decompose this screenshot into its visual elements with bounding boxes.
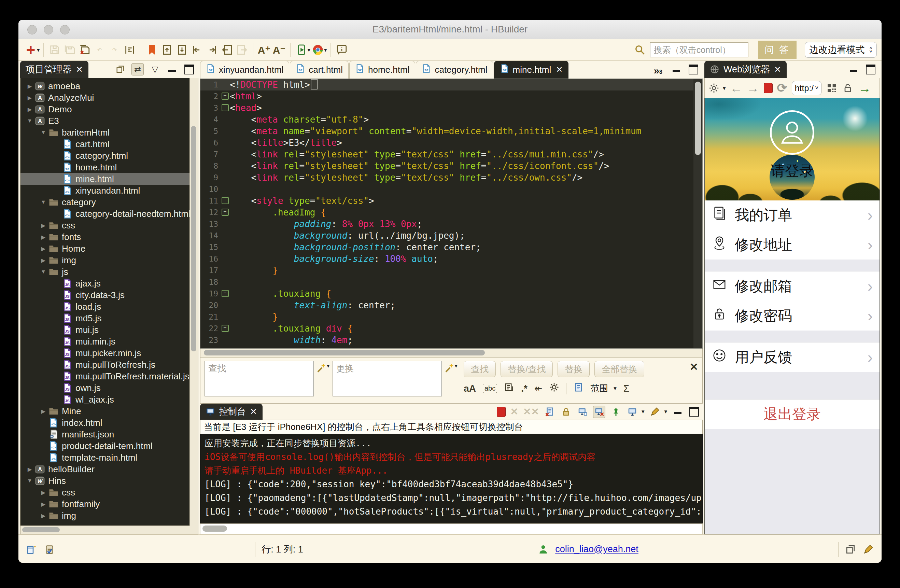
scrollbar-thumb[interactable]: [695, 82, 701, 155]
tab-overflow-icon[interactable]: »8: [651, 63, 665, 76]
expand-arrow-icon[interactable]: ▶: [38, 408, 48, 414]
code-line-10[interactable]: 10: [200, 183, 702, 195]
replace-input[interactable]: [332, 361, 442, 396]
tree-item-js[interactable]: ▼js: [20, 266, 198, 278]
stop-icon[interactable]: [497, 406, 506, 417]
code-line-3[interactable]: 3–<head>: [200, 102, 702, 114]
settings-icon[interactable]: [708, 82, 720, 94]
expand-arrow-icon[interactable]: ▶: [38, 245, 48, 252]
tree-item-mine.html[interactable]: <>mine.html: [20, 173, 198, 185]
find-button-替换/查找[interactable]: 替换/查找: [501, 361, 553, 377]
toolbar-search-field[interactable]: [650, 42, 748, 57]
code-line-2[interactable]: 2–<html>: [200, 90, 702, 102]
export-icon[interactable]: [174, 42, 189, 58]
scrollbar-thumb[interactable]: [202, 526, 227, 532]
tree-horizontal-scrollbar[interactable]: [20, 526, 190, 534]
search-input[interactable]: [653, 45, 745, 55]
whole-word-icon[interactable]: abc: [483, 384, 497, 393]
fold-marker-icon[interactable]: –: [222, 209, 229, 216]
url-dropdown-icon[interactable]: ˅: [815, 85, 818, 92]
url-select[interactable]: http:/ ˅: [792, 81, 822, 95]
launch-dropdown-icon[interactable]: [649, 406, 661, 417]
tab-web-browser[interactable]: Web浏览器 ✕: [704, 61, 787, 78]
close-button[interactable]: [27, 25, 37, 34]
code-line-15[interactable]: 15 background-position: center center;: [200, 241, 702, 253]
count-all-icon[interactable]: Σ: [624, 383, 629, 394]
editor-vertical-scrollbar[interactable]: [694, 79, 702, 349]
qa-button[interactable]: 问 答: [758, 40, 797, 59]
tree-item-amoeba[interactable]: ▶Wamoeba: [20, 80, 198, 92]
tree-item-Mine[interactable]: ▶Mine: [20, 405, 198, 417]
fold-marker-icon[interactable]: –: [222, 325, 229, 332]
menu-item-修改邮箱[interactable]: 修改邮箱›: [705, 272, 880, 301]
tree-item-img[interactable]: ▶img: [20, 254, 198, 266]
maximize-icon[interactable]: [687, 64, 699, 76]
stop-icon[interactable]: [764, 83, 773, 93]
code-line-12[interactable]: 12– .headImg {: [200, 206, 702, 218]
minimize-icon[interactable]: [670, 64, 682, 76]
jump-prev-icon[interactable]: [189, 42, 205, 58]
pin-console-icon[interactable]: [610, 406, 622, 417]
tree-item-img[interactable]: ▶img: [20, 510, 198, 521]
collapse-arrow-icon[interactable]: ▼: [25, 118, 35, 124]
expand-arrow-icon[interactable]: ▶: [25, 95, 35, 101]
expand-arrow-icon[interactable]: ▶: [38, 222, 48, 229]
expand-arrow-icon[interactable]: ▶: [38, 512, 48, 519]
fold-marker-icon[interactable]: –: [222, 197, 229, 204]
minimize-icon[interactable]: [848, 64, 860, 75]
zoom-button[interactable]: [60, 25, 70, 34]
login-link[interactable]: 请登录: [705, 161, 880, 181]
menu-item-修改地址[interactable]: 修改地址›: [705, 230, 880, 259]
back-icon[interactable]: ←: [730, 81, 743, 95]
code-line-14[interactable]: 14 background: url(../img/bg.jpeg);: [200, 230, 702, 241]
code-line-20[interactable]: 20 text-align: center;: [200, 299, 702, 311]
tree-item-wl_ajax.js[interactable]: JSwl_ajax.js: [20, 394, 198, 405]
link-with-editor-icon[interactable]: ⇄: [132, 63, 144, 76]
tree-item-fontfamily[interactable]: ▶fontfamily: [20, 498, 198, 510]
code-line-9[interactable]: 9 <link rel="stylesheet" type="text/css"…: [200, 172, 702, 183]
expand-arrow-icon[interactable]: ▶: [38, 489, 48, 496]
dropdown-icon[interactable]: ▾: [455, 362, 458, 369]
tree-item-product-detail-tem.html[interactable]: <>product-detail-tem.html: [20, 440, 198, 452]
code-line-21[interactable]: 21 }: [200, 311, 702, 323]
settings-icon[interactable]: [549, 382, 559, 395]
case-sensitive-icon[interactable]: aA: [464, 383, 476, 394]
code-line-19[interactable]: 19– .touxiang {: [200, 288, 702, 299]
editor-horizontal-scrollbar[interactable]: [200, 349, 703, 358]
close-icon[interactable]: ✕: [76, 65, 83, 74]
code-line-4[interactable]: 4 <meta charset="utf-8">: [200, 114, 702, 125]
launch-icon[interactable]: [863, 544, 874, 555]
save-icon[interactable]: [47, 42, 62, 58]
tree-item-fonts[interactable]: ▶fonts: [20, 231, 198, 243]
fold-marker-icon[interactable]: –: [222, 104, 229, 111]
tree-item-Home[interactable]: ▶Home: [20, 243, 198, 254]
tree-item-manifest.json[interactable]: manifest.json: [20, 428, 198, 440]
tree-item-css[interactable]: ▶css: [20, 220, 198, 231]
history-replace-icon[interactable]: [445, 362, 455, 375]
expand-arrow-icon[interactable]: ▶: [25, 466, 35, 473]
remove-all-icon[interactable]: ✕✕: [523, 406, 539, 417]
minimize-button[interactable]: [44, 25, 53, 34]
menu-item-用户反馈[interactable]: 用户反馈›: [705, 343, 880, 372]
clear-console-icon[interactable]: [544, 406, 556, 417]
expand-arrow-icon[interactable]: ▶: [25, 83, 35, 90]
tree-item-city.data-3.js[interactable]: JScity.data-3.js: [20, 289, 198, 301]
terminate-icon[interactable]: ✕: [511, 406, 518, 417]
code-editor[interactable]: 1<!DOCTYPE html>2–<html>3–<head>4 <meta …: [200, 79, 703, 349]
code-line-17[interactable]: 17 }: [200, 265, 702, 276]
tree-item-Demo[interactable]: ▶ADemo: [20, 104, 198, 115]
tree-item-load.js[interactable]: JSload.js: [20, 301, 198, 312]
import-icon[interactable]: [160, 42, 174, 58]
tree-item-helloBuilder[interactable]: ▶AhelloBuilder: [20, 463, 198, 475]
minimize-icon[interactable]: [166, 64, 178, 75]
save-all-icon[interactable]: [77, 42, 92, 58]
save-as-icon[interactable]: [62, 42, 77, 58]
regex-icon[interactable]: .*: [521, 383, 528, 394]
scope-dropdown-icon[interactable]: ▾: [613, 385, 617, 392]
jump-next-icon[interactable]: [205, 42, 220, 58]
collapse-arrow-icon[interactable]: ▼: [38, 269, 48, 275]
dropdown-icon[interactable]: ▾: [664, 408, 667, 415]
maximize-icon[interactable]: [183, 64, 195, 75]
format-icon[interactable]: [122, 42, 137, 58]
find-button-全部替换[interactable]: 全部替换: [594, 361, 644, 377]
